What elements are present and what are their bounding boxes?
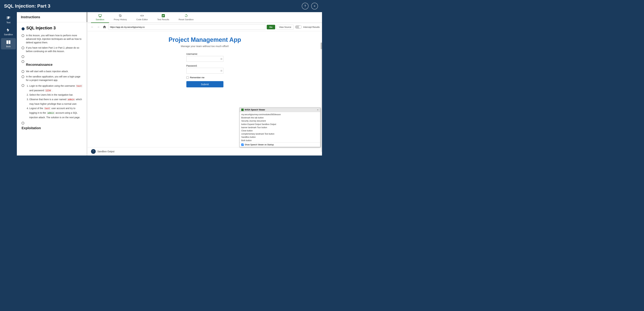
url-input[interactable] (108, 24, 266, 30)
tab-code-editor[interactable]: Code Editor (132, 12, 153, 23)
tab-code-editor-label: Code Editor (136, 18, 148, 21)
tab-reset-sandbox-label: Reset Sandbox (178, 18, 194, 21)
tab-proxy-history-label: Proxy History (114, 18, 127, 21)
para-3: We will start with a basic injection att… (26, 70, 68, 73)
radio-circle-4 (22, 60, 24, 63)
top-bar: SQL Injection: Part 3 ? × (0, 0, 322, 12)
view-source-button[interactable]: View Source (276, 25, 294, 30)
svg-rect-4 (6, 41, 8, 44)
nvda-titlebar-left: NVDA Speech Viewer (241, 109, 265, 111)
username-label: Username: (186, 53, 224, 55)
code-test-2: test (44, 107, 51, 110)
home-icon (102, 25, 106, 29)
sidebar-item-both[interactable]: Both (1, 38, 16, 50)
list-item-1: Login to the application using the usern… (29, 84, 83, 93)
username-input-wrap: ⊞ (186, 56, 224, 62)
code-editor-icon (140, 14, 144, 18)
svg-rect-7 (99, 15, 101, 16)
nvda-titlebar: NVDA Speech Viewer × (240, 108, 320, 112)
home-button[interactable] (102, 25, 107, 29)
both-icon (6, 40, 11, 45)
sandbox-tabs: Sandbox Proxy History Code Editor (88, 12, 322, 23)
tab-test-results[interactable]: Test Results (152, 12, 174, 23)
go-button[interactable]: Go (267, 25, 275, 29)
tab-proxy-history[interactable]: Proxy History (109, 12, 132, 23)
output-chevron-icon: ⌃ (91, 149, 96, 154)
svg-rect-5 (8, 41, 10, 44)
sidebar-item-sandbox[interactable]: SandBox (1, 26, 16, 38)
login-form: Username: ⊞ Password: ⊞ Remember m (186, 53, 224, 87)
intercept-label: Intercept Results (303, 26, 320, 28)
list-item-4: Logout of the test user account and try … (29, 106, 83, 120)
nvda-logo (241, 109, 244, 111)
sandbox-icon (6, 28, 11, 33)
nvda-speech-viewer: NVDA Speech Viewer × my.securityjourney.… (240, 108, 320, 147)
password-input-wrap: ⊞ (186, 68, 224, 74)
nvda-content[interactable]: my.securityjourney.com/modules/565/lesso… (240, 112, 320, 142)
radio-circle-5 (22, 70, 24, 73)
nvda-line-6: complementary landmark Text button (241, 132, 318, 136)
code-admin-1: admin (67, 98, 75, 101)
text-icon (6, 16, 11, 21)
password-input-icon: ⊞ (220, 69, 222, 72)
code-test: test (76, 85, 82, 87)
para-1: In this lesson, you will learn how to pe… (26, 34, 83, 44)
tab-reset-sandbox[interactable]: Reset Sandbox (174, 12, 198, 23)
radio-circle-8 (22, 122, 24, 124)
top-bar-right: ? × (302, 3, 318, 10)
password-label: Password: (186, 64, 224, 67)
radio-circle-3 (22, 55, 24, 58)
svg-rect-9 (99, 17, 101, 17)
nvda-line-3: button Expand Output Sandbox Output (241, 123, 318, 126)
password-input[interactable] (186, 68, 224, 74)
svg-rect-2 (7, 19, 9, 19)
sidebar: Text SandBox Both (0, 12, 17, 156)
instructions-scrollbar-thumb[interactable] (86, 12, 88, 22)
instructions-header: Instructions (17, 12, 88, 22)
radio-item-3 (22, 55, 83, 58)
nvda-line-2: Security Journey document (241, 119, 318, 123)
para-4: In the sandbox application, you will see… (26, 75, 83, 82)
sidebar-item-sandbox-label: SandBox (4, 33, 13, 36)
close-button[interactable]: × (311, 3, 318, 10)
tab-sandbox[interactable]: Sandbox (91, 12, 109, 23)
radio-item-1: In this lesson, you will learn how to pe… (22, 34, 83, 44)
nvda-line-5: Close button (241, 129, 318, 132)
tab-sandbox-label: Sandbox (96, 18, 104, 21)
sandbox-scrollbar-track[interactable] (321, 43, 322, 152)
section-1-heading: SQL Injection 3 (26, 26, 56, 30)
nvda-startup-checkbox[interactable] (241, 144, 244, 146)
nvda-close-button[interactable]: × (317, 108, 318, 111)
intercept-toggle-switch[interactable] (295, 25, 302, 29)
proxy-history-icon (118, 14, 122, 18)
section-2-heading: Reconnaissance (26, 63, 52, 67)
toggle-knob (299, 26, 302, 28)
sandbox-output-bar[interactable]: ⌃ Sandbox Output (88, 147, 322, 156)
submit-button[interactable]: Submit (186, 81, 224, 87)
instructions-panel: Instructions SQL Injection 3 In this les… (17, 12, 88, 156)
sandbox-scrollbar-thumb[interactable] (321, 43, 322, 49)
page-title: SQL Injection: Part 3 (4, 3, 50, 9)
app-title: Project Management App (93, 36, 317, 43)
nvda-title: NVDA Speech Viewer (245, 109, 265, 111)
username-input[interactable] (186, 56, 224, 62)
code-admin-2: admin (47, 112, 55, 114)
nvda-line-0: my.securityjourney.com/modules/565/lesso… (241, 113, 318, 116)
remember-checkbox[interactable] (186, 76, 189, 79)
instruction-list: Login to the application using the usern… (26, 84, 83, 120)
instructions-content[interactable]: SQL Injection 3 In this lesson, you will… (17, 22, 88, 156)
forward-button[interactable]: → (96, 25, 101, 29)
svg-rect-3 (8, 17, 9, 19)
radio-circle-2 (22, 47, 24, 49)
instructions-scrollbar-track[interactable] (86, 12, 88, 156)
list-item-2: Select the Users link in the navigation … (29, 93, 83, 97)
nvda-line-1: Bookmark this tab button (241, 116, 318, 119)
help-button[interactable]: ? (302, 3, 308, 10)
nvda-line-7: SandBox button (241, 136, 318, 139)
sidebar-item-both-label: Both (6, 45, 11, 48)
radio-item-2: If you have not taken Part 1 or Part 2, … (22, 46, 83, 53)
back-button[interactable]: ← (90, 25, 95, 29)
para-2: If you have not taken Part 1 or Part 2, … (26, 46, 83, 53)
radio-circle-1 (22, 34, 24, 37)
sidebar-item-text[interactable]: Text (1, 14, 16, 26)
